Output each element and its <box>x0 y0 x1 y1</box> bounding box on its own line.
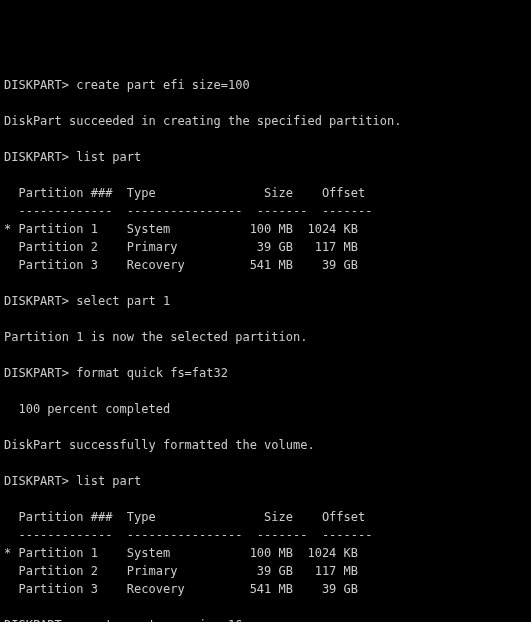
output-line: 100 percent completed <box>4 400 527 418</box>
command-line: DISKPART> create part efi size=100 <box>4 76 527 94</box>
command-text: format quick fs=fat32 <box>76 366 228 380</box>
output-line: Partition 1 is now the selected partitio… <box>4 328 527 346</box>
partition-row: Partition 2 Primary 39 GB 117 MB <box>4 562 527 580</box>
blank-line <box>4 418 527 436</box>
output-line: DiskPart succeeded in creating the speci… <box>4 112 527 130</box>
prompt: DISKPART> <box>4 78 76 92</box>
partition-table-header: Partition ### Type Size Offset <box>4 184 527 202</box>
partition-table-divider: ------------- ---------------- ------- -… <box>4 202 527 220</box>
command-line: DISKPART> create part msr size=16 <box>4 616 527 622</box>
partition-row: * Partition 1 System 100 MB 1024 KB <box>4 544 527 562</box>
blank-line <box>4 310 527 328</box>
partition-row: Partition 2 Primary 39 GB 117 MB <box>4 238 527 256</box>
blank-line <box>4 346 527 364</box>
command-text: list part <box>76 150 141 164</box>
partition-table-divider: ------------- ---------------- ------- -… <box>4 526 527 544</box>
blank-line <box>4 166 527 184</box>
prompt: DISKPART> <box>4 618 76 622</box>
command-text: create part efi size=100 <box>76 78 249 92</box>
blank-line <box>4 598 527 616</box>
prompt: DISKPART> <box>4 150 76 164</box>
blank-line <box>4 274 527 292</box>
blank-line <box>4 454 527 472</box>
command-line: DISKPART> select part 1 <box>4 292 527 310</box>
blank-line <box>4 130 527 148</box>
output-line: DiskPart successfully formatted the volu… <box>4 436 527 454</box>
partition-table-header: Partition ### Type Size Offset <box>4 508 527 526</box>
prompt: DISKPART> <box>4 474 76 488</box>
command-line: DISKPART> list part <box>4 472 527 490</box>
command-line: DISKPART> list part <box>4 148 527 166</box>
command-text: create part msr size=16 <box>76 618 242 622</box>
command-text: list part <box>76 474 141 488</box>
blank-line <box>4 382 527 400</box>
prompt: DISKPART> <box>4 366 76 380</box>
command-text: select part 1 <box>76 294 170 308</box>
partition-row: Partition 3 Recovery 541 MB 39 GB <box>4 256 527 274</box>
partition-row: * Partition 1 System 100 MB 1024 KB <box>4 220 527 238</box>
blank-line <box>4 94 527 112</box>
terminal-output[interactable]: DISKPART> create part efi size=100 DiskP… <box>4 76 527 622</box>
blank-line <box>4 490 527 508</box>
command-line: DISKPART> format quick fs=fat32 <box>4 364 527 382</box>
partition-row: Partition 3 Recovery 541 MB 39 GB <box>4 580 527 598</box>
prompt: DISKPART> <box>4 294 76 308</box>
